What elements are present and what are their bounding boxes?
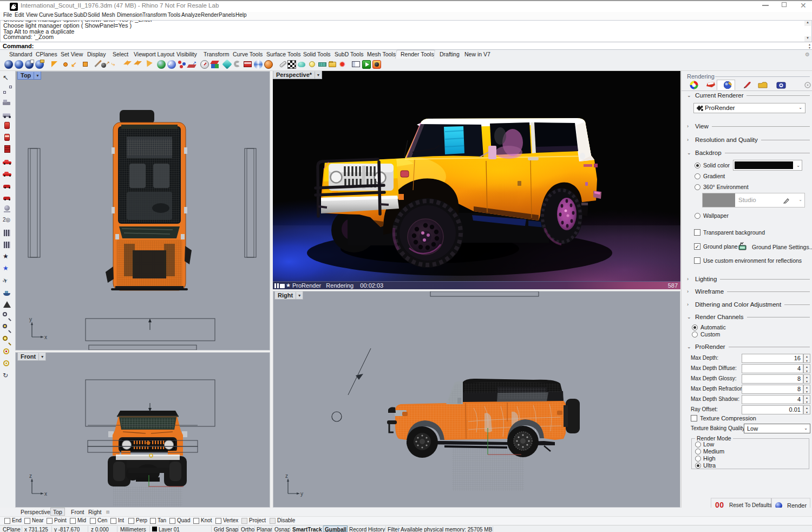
svg-text:z: z (29, 473, 32, 479)
svg-text:y: y (29, 316, 32, 322)
svg-text:z: z (285, 473, 288, 479)
svg-text:x: x (44, 334, 47, 340)
svg-text:y: y (300, 491, 303, 497)
svg-text:x: x (44, 491, 47, 497)
